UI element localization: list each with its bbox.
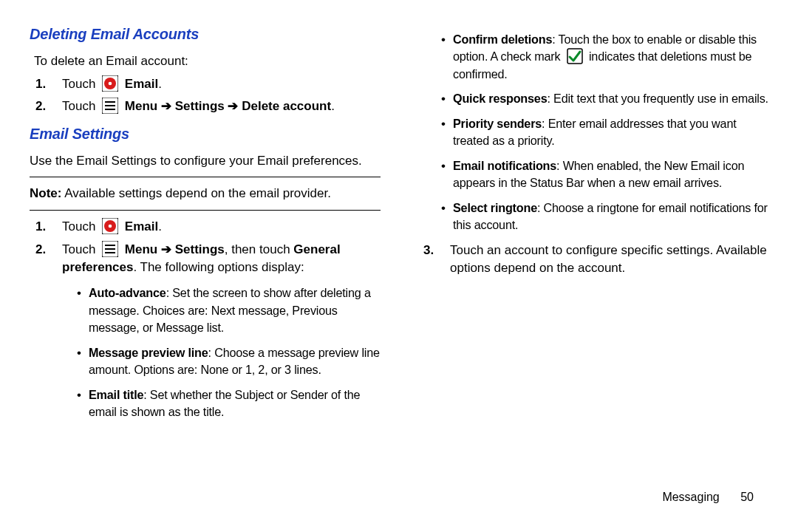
list-item: Quick responses: Edit text that you freq… — [453, 90, 768, 107]
arrow: ➔ — [157, 242, 174, 256]
bullet-title: Priority senders — [453, 117, 542, 130]
bullet-title: Confirm deletions — [453, 33, 552, 46]
step-text: Touch — [62, 99, 95, 113]
note-bold: Note: — [30, 186, 61, 200]
list-item: Email title: Set whether the Subject or … — [89, 386, 381, 421]
bullet-title: Email title — [89, 388, 143, 401]
step3-list: Touch an account to configure specific s… — [417, 242, 768, 278]
left-column: Deleting Email Accounts To delete an Ema… — [30, 24, 381, 473]
svg-rect-5 — [105, 105, 115, 106]
email-label: Email — [125, 219, 158, 233]
deleting-steps: Touch Email. Touch Menu ➔ Settings ➔ Del… — [30, 75, 381, 116]
comma-then-touch: , then touch — [225, 242, 294, 256]
email-label: Email — [125, 77, 158, 91]
intro-settings: Use the Email Settings to configure your… — [30, 152, 381, 171]
heading-deleting-email-accounts: Deleting Email Accounts — [30, 24, 381, 45]
menu-label: Menu — [125, 99, 157, 113]
note-text: Available settings depend on the email p… — [61, 186, 331, 200]
step-item: Touch Menu ➔ Settings, then touch Genera… — [52, 241, 381, 421]
step-text: Touch an account to configure specific s… — [450, 243, 767, 276]
manual-page: Deleting Email Accounts To delete an Ema… — [0, 0, 798, 488]
step-text: Touch — [62, 77, 95, 91]
list-item: Confirm deletions: Touch the box to enab… — [453, 31, 768, 83]
right-bullets: Confirm deletions: Touch the box to enab… — [417, 31, 768, 234]
list-item: Select ringtone: Choose a ringtone for e… — [453, 200, 768, 234]
divider — [30, 210, 381, 211]
email-app-icon — [102, 218, 118, 234]
period: . — [331, 99, 335, 113]
svg-rect-12 — [105, 248, 115, 250]
step-item: Touch Menu ➔ Settings ➔ Delete account. — [52, 98, 381, 116]
bullet-title: Email notifications — [453, 159, 556, 172]
list-item: Message preview line: Choose a message p… — [89, 344, 381, 379]
list-item: Auto-advance: Set the screen to show aft… — [89, 284, 381, 336]
list-item: Email notifications: When enabled, the N… — [453, 157, 768, 192]
svg-point-2 — [109, 81, 112, 85]
intro-deleting: To delete an Email account: — [34, 52, 381, 71]
footer-page-number: 50 — [740, 491, 754, 503]
step-text: Touch — [62, 242, 95, 256]
bullet-title: Auto-advance — [89, 286, 166, 299]
footer-section-label: Messaging — [662, 491, 719, 503]
email-settings-steps: Touch Email. Touch Menu ➔ Settings, then… — [30, 218, 381, 420]
arrow: ➔ — [225, 99, 242, 113]
svg-rect-11 — [105, 245, 115, 246]
arrow: ➔ — [157, 99, 174, 113]
svg-rect-4 — [105, 101, 115, 103]
delete-account-label: Delete account — [242, 99, 331, 113]
page-footer: Messaging 50 — [0, 488, 798, 504]
settings-label: Settings — [175, 242, 225, 256]
menu-icon — [102, 98, 118, 114]
bullet-title: Message preview line — [89, 346, 208, 359]
svg-point-9 — [109, 225, 112, 228]
list-item: Priority senders: Enter email addresses … — [453, 115, 768, 150]
following-options: . The following options display: — [133, 260, 304, 274]
period: . — [158, 219, 162, 233]
bullet-title: Select ringtone — [453, 201, 537, 214]
step-text: Touch — [62, 219, 95, 233]
period: . — [158, 77, 162, 91]
checkmark-icon — [567, 48, 583, 64]
general-preferences-bullets: Auto-advance: Set the screen to show aft… — [62, 284, 381, 420]
svg-rect-6 — [105, 109, 115, 110]
settings-label: Settings — [175, 99, 225, 113]
bullet-text: : Edit text that you frequently use in e… — [547, 92, 768, 105]
heading-email-settings: Email Settings — [30, 123, 381, 145]
divider — [30, 177, 381, 177]
step-item: Touch an account to configure specific s… — [440, 242, 768, 278]
menu-label: Menu — [125, 242, 157, 256]
note: Note: Available settings depend on the e… — [30, 185, 381, 203]
step-item: Touch Email. — [52, 75, 381, 94]
step-item: Touch Email. — [52, 218, 381, 236]
right-column: Confirm deletions: Touch the box to enab… — [417, 24, 768, 473]
menu-icon — [102, 241, 118, 257]
email-app-icon — [102, 75, 118, 92]
svg-rect-13 — [105, 252, 115, 253]
bullet-title: Quick responses — [453, 92, 547, 105]
